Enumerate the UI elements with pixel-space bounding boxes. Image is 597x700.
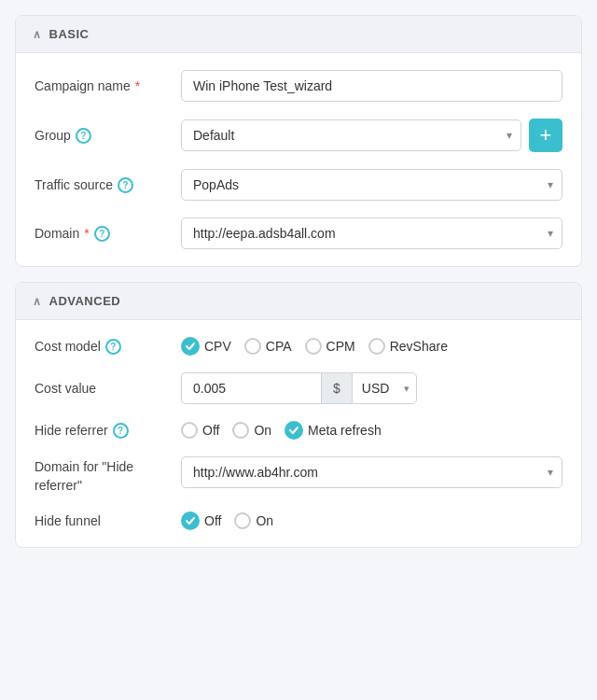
currency-select-wrapper: USD EUR GBP ▾ [352, 372, 417, 404]
add-group-button[interactable]: + [529, 119, 562, 152]
basic-chevron-icon: ∧ [33, 28, 42, 41]
advanced-section-title: ADVANCED [49, 294, 121, 308]
hide-referrer-meta-text: Meta refresh [308, 423, 382, 438]
cost-value-label: Cost value [35, 381, 170, 396]
advanced-section: ∧ ADVANCED Cost model ? CPV CPA [15, 282, 582, 548]
group-help-icon[interactable]: ? [76, 128, 91, 144]
cost-model-cpa-label[interactable]: CPA [244, 338, 292, 355]
domain-required-star: * [84, 226, 89, 241]
required-star: * [135, 78, 140, 93]
campaign-name-input[interactable] [181, 70, 562, 102]
cost-model-row: Cost model ? CPV CPA [35, 337, 562, 356]
traffic-source-row: Traffic source ? PopAds ▾ [35, 169, 562, 201]
domain-hide-referrer-select[interactable]: http://www.ab4hr.com [181, 456, 562, 488]
traffic-source-label: Traffic source ? [35, 177, 170, 193]
domain-hide-referrer-select-wrapper: http://www.ab4hr.com ▾ [181, 456, 562, 488]
hide-referrer-meta-label[interactable]: Meta refresh [285, 421, 382, 440]
cpm-option-text: CPM [326, 339, 355, 354]
hide-funnel-radio-group: Off On [181, 511, 273, 530]
cost-model-label: Cost model ? [35, 339, 170, 355]
cpv-option-text: CPV [204, 339, 231, 354]
cost-model-cpv-label[interactable]: CPV [181, 337, 231, 356]
basic-section-header: ∧ BASIC [16, 16, 581, 53]
hide-funnel-off-text: Off [204, 513, 221, 528]
hide-referrer-off-radio-icon [181, 422, 198, 439]
hide-referrer-off-label[interactable]: Off [181, 422, 219, 439]
hide-referrer-on-text: On [254, 423, 271, 438]
hide-referrer-on-label[interactable]: On [232, 422, 271, 439]
hide-funnel-on-label[interactable]: On [234, 512, 273, 529]
basic-section: ∧ BASIC Campaign name * Group ? Default [15, 15, 582, 267]
hide-referrer-off-text: Off [202, 423, 219, 438]
campaign-name-control [181, 70, 562, 102]
domain-label: Domain * ? [35, 226, 170, 242]
revshare-radio-icon [368, 338, 385, 355]
hide-funnel-label: Hide funnel [35, 513, 170, 528]
cpm-radio-icon [305, 338, 322, 355]
hide-referrer-label: Hide referrer ? [35, 423, 170, 439]
traffic-source-control: PopAds ▾ [181, 169, 562, 201]
traffic-source-select[interactable]: PopAds [181, 169, 562, 201]
cost-value-row: Cost value $ USD EUR GBP ▾ [35, 372, 562, 404]
hide-funnel-on-text: On [256, 513, 273, 528]
currency-symbol: $ [321, 372, 352, 404]
group-select[interactable]: Default [181, 119, 521, 151]
hide-referrer-help-icon[interactable]: ? [113, 423, 129, 439]
campaign-name-row: Campaign name * [35, 70, 562, 102]
cost-model-help-icon[interactable]: ? [105, 339, 121, 355]
domain-row: Domain * ? http://eepa.adsb4all.com ▾ [35, 217, 562, 249]
group-label: Group ? [35, 128, 170, 144]
currency-select[interactable]: USD EUR GBP [352, 372, 417, 404]
group-control: Default ▾ + [181, 119, 562, 152]
domain-hide-referrer-row: Domain for "Hide referrer" http://www.ab… [35, 456, 562, 495]
hide-referrer-row: Hide referrer ? Off On [35, 421, 562, 440]
cpa-option-text: CPA [266, 339, 292, 354]
hide-referrer-on-radio-icon [232, 422, 249, 439]
group-select-wrapper: Default ▾ [181, 119, 521, 151]
cost-model-cpm-label[interactable]: CPM [305, 338, 355, 355]
hide-funnel-off-checked-icon [181, 511, 200, 530]
advanced-chevron-icon: ∧ [33, 295, 42, 308]
domain-select-wrapper: http://eepa.adsb4all.com ▾ [181, 217, 562, 249]
traffic-source-help-icon[interactable]: ? [118, 177, 133, 193]
cost-model-revshare-label[interactable]: RevShare [368, 338, 448, 355]
domain-control: http://eepa.adsb4all.com ▾ [181, 217, 562, 249]
domain-hide-referrer-control: http://www.ab4hr.com ▾ [181, 456, 562, 488]
domain-select[interactable]: http://eepa.adsb4all.com [181, 217, 562, 249]
cost-value-control: $ USD EUR GBP ▾ [181, 372, 417, 404]
revshare-option-text: RevShare [390, 339, 448, 354]
hide-referrer-meta-checked-icon [285, 421, 303, 440]
domain-hide-referrer-label: Domain for "Hide referrer" [35, 456, 170, 495]
hide-referrer-radio-group: Off On Meta refresh [181, 421, 382, 440]
hide-funnel-on-radio-icon [234, 512, 251, 529]
cost-model-radio-group: CPV CPA CPM RevShare [181, 337, 448, 356]
domain-help-icon[interactable]: ? [94, 226, 110, 242]
group-row: Group ? Default ▾ + [35, 119, 562, 152]
advanced-section-header: ∧ ADVANCED [16, 283, 581, 320]
traffic-source-select-wrapper: PopAds ▾ [181, 169, 562, 201]
basic-section-title: BASIC [49, 27, 90, 41]
campaign-name-label: Campaign name * [35, 78, 170, 93]
basic-section-body: Campaign name * Group ? Default ▾ + [16, 53, 581, 266]
cost-value-input[interactable] [181, 372, 321, 404]
cpa-radio-icon [244, 338, 261, 355]
advanced-section-body: Cost model ? CPV CPA [16, 320, 581, 547]
hide-funnel-off-label[interactable]: Off [181, 511, 221, 530]
hide-funnel-row: Hide funnel Off On [35, 511, 562, 530]
cpv-checked-icon [181, 337, 200, 356]
